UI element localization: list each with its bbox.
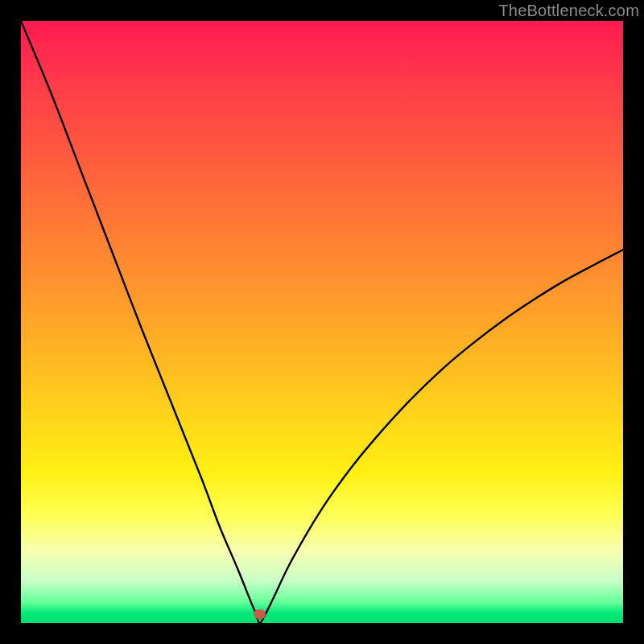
chart-frame: TheBottleneck.com <box>0 0 644 644</box>
optimal-marker <box>254 609 266 619</box>
plot-area <box>21 21 623 623</box>
bottleneck-curve <box>21 21 623 623</box>
watermark-text: TheBottleneck.com <box>498 2 639 20</box>
